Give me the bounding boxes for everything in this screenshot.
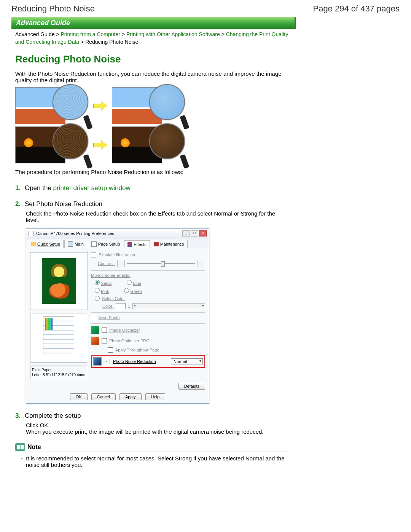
step-number: 1. <box>15 184 21 192</box>
breadcrumb: Advanced Guide > Printing from a Compute… <box>15 31 289 46</box>
image-optimizer-checkbox[interactable] <box>102 328 107 333</box>
ok-button[interactable]: OK <box>70 393 88 400</box>
layout-preview <box>30 313 87 363</box>
contrast-slider[interactable] <box>127 261 195 266</box>
simulate-illustration-checkbox[interactable] <box>91 252 96 257</box>
photo-optimizer-pro-checkbox[interactable] <box>102 338 107 343</box>
step-text: Open the <box>25 184 53 192</box>
breadcrumb-current: Reducing Photo Noise <box>85 39 138 45</box>
contrast-icon-low <box>117 260 125 267</box>
apply-button[interactable]: Apply <box>119 393 142 400</box>
apply-throughout-checkbox[interactable] <box>108 347 113 353</box>
step-heading: Set Photo Noise Reduction <box>25 200 102 208</box>
select-color-radio[interactable] <box>95 296 100 301</box>
color-value: 1 <box>128 304 130 308</box>
vivid-photo-checkbox[interactable] <box>91 315 96 320</box>
noise-level-combo[interactable]: Normal <box>171 358 203 364</box>
select-color-label: Select Color <box>102 296 125 301</box>
cancel-button[interactable]: Cancel <box>91 393 116 400</box>
contrast-icon-high <box>198 260 205 267</box>
tab-effects[interactable]: Effects <box>124 240 150 248</box>
help-button[interactable]: Help <box>145 393 166 400</box>
step-number: 3. <box>15 412 21 419</box>
step-body: When you execute print, the image will b… <box>26 428 289 435</box>
breadcrumb-sep: > <box>221 31 225 37</box>
effects-icon <box>127 242 132 247</box>
procedure-line: The procedure for performing Photo Noise… <box>15 169 289 175</box>
contrast-label: Contrast: <box>98 261 115 266</box>
magnifier-icon <box>149 84 185 120</box>
page-title: Reducing Photo Noise <box>11 4 95 14</box>
blue-label: Blue <box>133 281 141 286</box>
maximize-button[interactable]: □ <box>191 230 198 236</box>
apply-throughout-label: Apply Throughout Page <box>115 348 159 352</box>
sepia-label: Sepia <box>101 281 112 286</box>
color-label: Color: <box>102 304 113 308</box>
sepia-radio[interactable] <box>95 280 100 285</box>
pink-radio[interactable] <box>95 288 100 293</box>
article-title: Reducing Photo Noise <box>15 53 289 65</box>
color-scrollbar[interactable] <box>132 303 205 309</box>
magnifier-icon <box>53 84 88 120</box>
note-title: Note <box>27 444 41 451</box>
breadcrumb-item: Advanced Guide <box>15 31 55 37</box>
minimize-button[interactable]: _ <box>182 230 190 236</box>
photo-noise-reduction-checkbox[interactable] <box>105 359 110 364</box>
breadcrumb-sep: > <box>122 31 125 37</box>
magnifier-icon <box>53 123 88 159</box>
tab-main[interactable]: Main <box>64 240 87 248</box>
green-radio[interactable] <box>124 288 129 293</box>
guide-banner: Advanced Guide <box>11 17 296 29</box>
breadcrumb-link[interactable]: Printing from a Computer <box>61 31 120 37</box>
arrow-right-icon <box>93 101 107 111</box>
optimizer-icon <box>91 326 99 334</box>
tab-quick-setup[interactable]: Quick Setup <box>28 240 64 248</box>
blue-radio[interactable] <box>127 280 132 285</box>
note-item: It is recommended to select Normal for m… <box>26 455 289 468</box>
page-indicator: Page 294 of 437 pages <box>313 4 400 14</box>
close-button[interactable]: × <box>199 230 207 236</box>
photo-optimizer-pro-label: Photo Optimizer PRO <box>109 339 150 343</box>
step-heading: Complete the setup <box>25 412 81 419</box>
breadcrumb-sep: > <box>56 31 59 37</box>
green-label: Green <box>131 289 142 294</box>
simulate-illustration-label: Simulate Illustration <box>99 252 135 257</box>
maintenance-icon <box>154 242 159 246</box>
paper-info: Plain Paper Letter 8.5"x11" 215.9x279.4m… <box>30 366 87 379</box>
main-icon <box>68 241 73 247</box>
printer-icon <box>29 231 34 236</box>
monochrome-label: Monochrome Effects: <box>91 273 131 278</box>
note-icon <box>15 443 25 451</box>
noise-reduction-icon <box>93 357 102 366</box>
step-body: Check the Photo Noise Reduction check bo… <box>26 210 289 223</box>
printer-driver-link[interactable]: printer driver setup window <box>53 184 131 192</box>
quick-icon <box>31 242 36 246</box>
dialog-title: Canon iP4700 series Printing Preferences <box>36 231 114 236</box>
image-optimizer-label: Image Optimizer <box>109 328 140 332</box>
pink-label: Pink <box>101 289 109 294</box>
breadcrumb-link[interactable]: Printing with Other Application Software <box>126 31 220 37</box>
page-icon <box>91 241 97 247</box>
effects-preview <box>30 252 88 310</box>
intro-text: With the Photo Noise Reduction function,… <box>15 70 289 83</box>
preferences-dialog: Canon iP4700 series Printing Preferences… <box>26 228 209 404</box>
noise-illustration <box>15 87 289 163</box>
arrow-right-icon <box>93 140 107 150</box>
magnifier-icon <box>149 123 185 159</box>
breadcrumb-sep: > <box>81 39 84 45</box>
tab-page-setup[interactable]: Page Setup <box>88 240 124 248</box>
color-swatch <box>116 303 126 309</box>
photo-noise-reduction-label: Photo Noise Reduction <box>113 359 156 364</box>
tab-maintenance[interactable]: Maintenance <box>151 240 188 248</box>
vivid-photo-label: Vivid Photo <box>99 315 119 320</box>
optimizer-pro-icon <box>91 337 99 345</box>
step-number: 2. <box>15 200 21 208</box>
step-body: Click OK. <box>26 422 289 428</box>
defaults-button[interactable]: Defaults <box>178 383 205 390</box>
